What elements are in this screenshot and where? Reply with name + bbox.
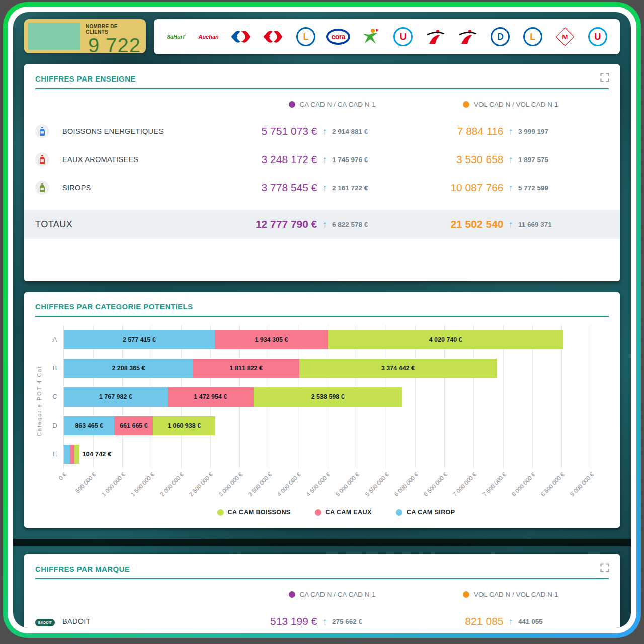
bar-segment[interactable]: 2 577 415 € — [64, 330, 215, 349]
retailer-logo-strip: 8àHuiTAuchan Lcora U DLMU — [154, 19, 620, 54]
ca-legend-dot — [289, 101, 295, 108]
vol-legend-dot — [463, 591, 469, 598]
table-row: BOISSONS ENERGETIQUES 5 751 073 €↑2 914 … — [35, 117, 609, 145]
logo-enseigne-d[interactable]: D — [487, 24, 513, 50]
totals-label: TOTAUX — [35, 219, 247, 230]
x-tick-label: 5 000 000 € — [335, 471, 360, 497]
clients-count-label: NOMBRE DE CLIENTS — [86, 24, 141, 35]
legend-label: CA CAM SIROP — [407, 509, 455, 516]
logo-leclerc-2[interactable]: L — [520, 24, 546, 50]
logo-intermarche[interactable] — [423, 24, 449, 50]
bar-segment[interactable]: 661 665 € — [114, 416, 153, 435]
bar-row-b: B2 208 365 €1 811 822 €3 374 442 € — [64, 354, 591, 382]
title-underline — [35, 578, 609, 579]
row-label: EAUX AROMATISEES — [62, 155, 247, 164]
bar-segment[interactable]: 1 060 938 € — [153, 416, 215, 435]
bar-segment[interactable]: 4 020 740 € — [328, 330, 564, 349]
row-label: BADOIT — [62, 617, 247, 625]
category-tick: B — [49, 364, 61, 372]
table-row: BADOIT BADOIT 513 199 €↑275 662 € 821 08… — [35, 607, 609, 628]
vol-legend-dot — [463, 101, 469, 108]
ca-value: 3 248 172 € — [262, 153, 317, 166]
x-tick-label: 2 500 000 € — [188, 471, 214, 497]
category-tick: D — [49, 422, 61, 429]
x-tick-label: 500 000 € — [74, 471, 97, 494]
logo-auchan[interactable]: Auchan — [196, 24, 222, 50]
bar-outside-label: 104 742 € — [82, 450, 111, 458]
bar-segment[interactable] — [64, 445, 70, 464]
legend-label: CA CAM EAUX — [326, 509, 372, 516]
logo-star-figure[interactable] — [358, 24, 384, 50]
panel-title: CHIFFRES PAR ENSEIGNE — [35, 74, 609, 83]
legend-item[interactable]: CA CAM EAUX — [315, 509, 372, 516]
vol-value: 7 884 116 — [457, 125, 504, 137]
bar-segment[interactable]: 1 811 822 € — [193, 359, 299, 378]
top-bar: NOMBRE DE CLIENTS 9 722 8àHuiTAuchan Lco… — [24, 19, 620, 54]
legend-label: CA CAM BOISSONS — [228, 509, 291, 516]
syrup-bottle-icon — [35, 181, 49, 195]
up-arrow-icon: ↑ — [509, 155, 514, 165]
panel-title: CHIFFRES PAR CATEGORIE POTENTIELS — [35, 302, 609, 311]
logo-match[interactable]: M — [552, 24, 578, 50]
vol-prev-value: 1 897 575 — [518, 156, 584, 164]
chart-plot-area: A2 577 415 €1 934 305 €4 020 740 €B2 208… — [63, 325, 591, 468]
bar-segment[interactable]: 863 465 € — [64, 416, 114, 435]
totals-vol-prev-value: 11 669 371 — [518, 221, 584, 228]
panel-title: CHIFFRES PAR MARQUE — [35, 565, 609, 573]
bar-segment[interactable]: 1 767 982 € — [64, 387, 168, 407]
x-tick-label: 1 500 000 € — [130, 471, 155, 497]
up-arrow-icon: ↑ — [323, 155, 328, 165]
logo-systeme-u[interactable]: U — [390, 24, 416, 50]
up-arrow-icon: ↑ — [323, 617, 328, 626]
logo-cora[interactable]: cora — [325, 24, 351, 50]
row-label: BOISSONS ENERGETIQUES — [62, 127, 247, 135]
bar-row-e: E104 742 € — [64, 440, 591, 468]
logo-8-a-huit[interactable]: 8àHuiT — [163, 24, 189, 50]
up-arrow-icon: ↑ — [323, 220, 328, 229]
x-tick-label: 0 € — [58, 471, 68, 481]
ca-value: 3 778 545 € — [262, 182, 317, 194]
vol-prev-value: 3 999 197 — [518, 128, 584, 135]
dashboard-background: NOMBRE DE CLIENTS 9 722 8àHuiTAuchan Lco… — [13, 12, 631, 628]
x-tick-label: 3 000 000 € — [217, 471, 243, 497]
x-tick-label: 8 000 000 € — [511, 471, 536, 497]
vol-value: 10 087 766 — [450, 182, 503, 194]
fullscreen-icon[interactable] — [600, 562, 610, 573]
flavored-water-bottle-icon — [35, 152, 49, 167]
x-tick-label: 4 500 000 € — [305, 471, 331, 497]
ca-value: 513 199 € — [270, 615, 317, 627]
table-row: SIROPS 3 778 545 €↑2 161 722 € 10 087 76… — [35, 174, 609, 202]
bar-segment[interactable]: 3 374 442 € — [299, 359, 497, 378]
totals-ca-value: 12 777 790 € — [256, 218, 317, 230]
column-header-vol: VOL CAD N / VOL CAD N-1 — [418, 101, 604, 108]
bar-segment[interactable]: 1 934 305 € — [215, 330, 328, 349]
bar-segment[interactable] — [74, 445, 79, 464]
logo-carrefour-market[interactable] — [260, 24, 286, 50]
legend-item[interactable]: CA CAM BOISSONS — [217, 509, 291, 516]
category-tick: E — [49, 450, 61, 458]
bar-segment[interactable]: 2 208 365 € — [64, 359, 193, 378]
bar-row-c: C1 767 982 €1 472 954 €2 538 598 € — [64, 382, 591, 411]
ca-value: 5 751 073 € — [262, 125, 317, 137]
bar-segment[interactable] — [70, 445, 74, 464]
title-underline — [35, 88, 609, 89]
logo-carrefour[interactable] — [228, 24, 254, 50]
logo-leclerc[interactable]: L — [293, 24, 319, 50]
panel-chiffres-par-categorie: CHIFFRES PAR CATEGORIE POTENTIELS Catego… — [24, 292, 620, 528]
logo-intermarche-2[interactable] — [455, 24, 481, 50]
logo-systeme-u-2[interactable]: U — [585, 24, 611, 50]
x-tick-label: 1 000 000 € — [100, 471, 126, 497]
bar-segment[interactable]: 2 538 598 € — [254, 387, 402, 407]
section-divider — [13, 539, 631, 546]
clients-count-value: 9 722 — [88, 35, 141, 56]
bar-segment[interactable]: 1 472 954 € — [168, 387, 254, 407]
category-tick: A — [49, 336, 61, 343]
fullscreen-icon[interactable] — [600, 72, 610, 83]
legend-item[interactable]: CA CAM SIROP — [396, 509, 455, 516]
x-axis-ticks: 0 €500 000 €1 000 000 €1 500 000 €2 000 … — [63, 468, 591, 508]
vol-value: 821 085 — [465, 615, 504, 627]
table-header-row: CA CAD N / CA CAD N-1 VOL CAD N / VOL CA… — [35, 91, 609, 117]
legend-dot — [396, 509, 403, 516]
panel-chiffres-par-marque: CHIFFRES PAR MARQUE CA CAD N / CA CAD N-… — [24, 554, 620, 628]
panel-chiffres-par-enseigne: CHIFFRES PAR ENSEIGNE CA CAD N / CA CAD … — [24, 64, 620, 281]
